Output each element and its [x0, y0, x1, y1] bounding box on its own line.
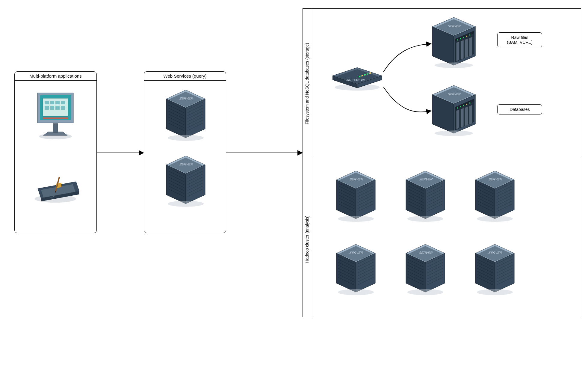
tablet-stylus-icon	[31, 177, 82, 207]
server-tower-icon	[404, 244, 446, 297]
server-tower-icon	[165, 90, 207, 142]
server-tower-icon	[165, 156, 207, 208]
storage-server-icon	[431, 17, 476, 68]
desktop-computer-icon	[33, 90, 78, 141]
server-tower-icon	[335, 171, 377, 223]
server-tower-icon	[474, 171, 516, 223]
storage-server-icon	[431, 85, 476, 136]
group-webservices-title: Web Services (query)	[144, 72, 226, 81]
group-storage-title: Filesystem and NoSQL databases (storage)	[305, 21, 309, 147]
group-clients-title: Multi-platform applications	[15, 72, 96, 81]
server-tower-icon	[404, 171, 446, 223]
architecture-diagram: SERVER	[0, 0, 588, 377]
server-tower-icon	[335, 244, 377, 297]
group-hadoop-title: Hadoop cluster (analysis)	[305, 200, 309, 278]
network-router-icon	[332, 67, 382, 91]
callout-raw-files: Raw files (BAM, VCF...)	[497, 32, 542, 47]
server-tower-icon	[474, 244, 516, 297]
callout-databases: Databases	[497, 104, 542, 114]
